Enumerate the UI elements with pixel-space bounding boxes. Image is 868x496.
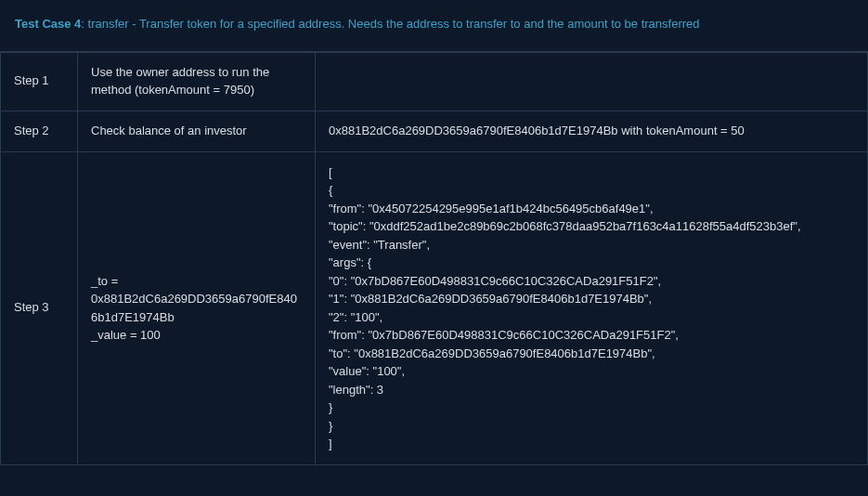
testcase-title: Test Case 4 bbox=[15, 17, 81, 31]
table-row: Step 3 _to = 0x881B2dC6a269DD3659a6790fE… bbox=[1, 151, 868, 464]
step-action: Check balance of an investor bbox=[78, 111, 316, 151]
step-label: Step 2 bbox=[1, 111, 78, 151]
table-row: Step 2 Check balance of an investor 0x88… bbox=[1, 111, 868, 151]
step-detail: [ { "from": "0x45072254295e995e1af1b424b… bbox=[316, 151, 868, 464]
testcase-table: Step 1 Use the owner address to run the … bbox=[0, 52, 868, 465]
step-detail bbox=[316, 53, 868, 111]
testcase-header: Test Case 4: transfer - Transfer token f… bbox=[0, 0, 868, 52]
step-label: Step 1 bbox=[1, 53, 78, 111]
testcase-description: : transfer - Transfer token for a specif… bbox=[81, 17, 699, 31]
step-action: _to = 0x881B2dC6a269DD3659a6790fE8406b1d… bbox=[78, 151, 316, 464]
step-action: Use the owner address to run the method … bbox=[78, 53, 316, 111]
table-row: Step 1 Use the owner address to run the … bbox=[1, 53, 868, 111]
step-detail: 0x881B2dC6a269DD3659a6790fE8406b1d7E1974… bbox=[316, 111, 868, 151]
step-label: Step 3 bbox=[1, 151, 78, 464]
